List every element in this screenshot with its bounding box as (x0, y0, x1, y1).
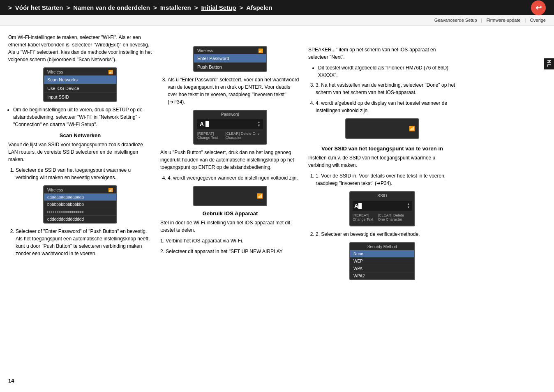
nav-item-voor[interactable]: Vóór het Starten (15, 4, 63, 11)
device-screen-password-choice: 📶 Wireless Enter Password Push Button (193, 46, 267, 72)
ssid-arrows: ▲ ▼ (407, 203, 410, 209)
scan-step2-list: Selecteer of "Enter Password" of "Push B… (16, 228, 152, 257)
speaker-text: SPEAKER..." item op het scherm van het i… (308, 46, 456, 61)
ssid-step1: 1. Voer de SSID in. Voor details over ho… (316, 172, 456, 187)
ios-intro: Stel in door de Wi-Fi-instelling van het… (160, 219, 300, 234)
middle-steps: Als u "Enter Password" selecteert, voer … (168, 76, 300, 106)
security-label: Security Method (350, 243, 414, 250)
nav-separator-2: > (66, 4, 70, 11)
step4-text: 4. wordt weergegeven wanneer de instelli… (168, 174, 300, 182)
scan-step-2: Selecteer of "Enter Password" of "Push B… (16, 228, 152, 257)
scan-netwerken-heading: Scan Netwerken (8, 132, 152, 138)
right-step3: 3. Na het vaststellen van de verbinding,… (316, 81, 456, 96)
security-wep: WEP (350, 258, 414, 265)
screen1-item-scan: Scan Networks (44, 76, 116, 84)
repeat-label: [REPEAT] Change Text (197, 131, 225, 140)
right-step4-list: 4. wordt afgebeeld op de display van het… (316, 99, 456, 114)
scan-step-1: Selecteer de SSID van het toegangspunt w… (16, 166, 152, 181)
ssid-step2: 2. Selecteer en bevestig de verificatie-… (316, 231, 456, 238)
clear-label: [CLEAR] Delete One Character (225, 131, 263, 140)
password-input-area: A ▲ ▼ (197, 119, 263, 129)
screen1-item-ssid: Input SSID (44, 93, 116, 101)
step4-list: 4. wordt weergegeven wanneer de instelli… (168, 174, 300, 182)
ssid-heading: Voer SSID van het toegangspunt van te vo… (308, 145, 456, 152)
ios-bullet-list: Dit toestel wordt afgebeeld als "Pioneer… (318, 64, 456, 79)
top-navigation: > Vóór het Starten > Namen van de onderd… (0, 0, 554, 15)
secondary-nav-overige[interactable]: Overige (530, 18, 546, 23)
ssid-item-a: aaaaaaaaaaaaaaaa (44, 194, 116, 201)
right-steps: 3. Na het vaststellen van de verbinding,… (316, 81, 456, 96)
ios-step2: 2. Selecteer dit apparaat in het "SET UP… (160, 248, 300, 255)
device-screen-connecting: 📶 (193, 186, 267, 206)
password-arrows: ▲ ▼ (257, 121, 261, 127)
wifi-icon-2: 📶 (108, 188, 113, 192)
wifi-icon-ios: 📶 (409, 126, 415, 131)
password-footer: [REPEAT] Change Text [CLEAR] Delete One … (194, 131, 266, 141)
nav-item-afspelen[interactable]: Afspelen (246, 4, 272, 11)
screen3-item-push-button: Push Button (194, 63, 266, 71)
screen3-item-enter-password: Enter Password (194, 54, 266, 63)
security-wpa2: WPA2 (350, 272, 414, 279)
step3-text: Als u "Enter Password" selecteert, voer … (168, 76, 300, 106)
device-screen-ssid-input: SSID A ▲ ▼ [REPEAT] Change Text [CLEAR] … (349, 191, 415, 226)
ssid-item-b: bbbbbbbbbbbbbbbb (44, 201, 116, 208)
screen2-label: Wireless (44, 186, 116, 194)
ssid-clear-label: [CLEAR] Delete One Character (378, 213, 412, 221)
ssid-input-area: A ▲ ▼ (353, 201, 412, 211)
ssid-step2-list: 2. Selecteer en bevestig de verificatie-… (316, 231, 456, 238)
ssid-footer: [REPEAT] Change Text [CLEAR] Delete One … (350, 212, 414, 223)
ios-bullet-item: Dit toestel wordt afgebeeld als "Pioneer… (318, 64, 456, 79)
nav-separator-5: > (240, 4, 243, 11)
cursor-letter: A (200, 121, 204, 127)
right-column: SPEAKER..." item op het scherm van het i… (308, 34, 456, 284)
middle-column: 📶 Wireless Enter Password Push Button Al… (160, 34, 300, 284)
ssid-repeat-label: [REPEAT] Change Text (353, 213, 378, 221)
screen4-label: Password (194, 111, 266, 118)
push-button-text: Als u "Push Button" selecteert, druk dan… (160, 149, 300, 171)
main-content: Om Wi-Fi-instellingen te maken, selectee… (0, 25, 554, 293)
device-screen-wireless-menu: 📶 Wireless Scan Networks Use iOS Device … (43, 67, 117, 102)
nav-separator-4: > (194, 4, 198, 11)
ssid-intro: Instellen d.m.v. de SSID van het toegang… (308, 154, 456, 169)
setup-bullet-item: Om de begininstellingen uit te voren, dr… (13, 106, 152, 128)
wifi-icon-1: 📶 (108, 70, 113, 74)
ssid-item-c: cccccccccccccccccc (44, 208, 116, 216)
screen1-item-ios: Use iOS Device (44, 84, 116, 93)
setup-bullet-list: Om de begininstellingen uit te voren, dr… (13, 106, 152, 128)
right-step4: 4. wordt afgebeeld op de display van het… (316, 99, 456, 114)
left-column: Om Wi-Fi-instellingen te maken, selectee… (8, 34, 152, 284)
device-screen-ssid-list: 📶 Wireless aaaaaaaaaaaaaaaa bbbbbbbbbbbb… (43, 185, 117, 224)
ssid-cursor-letter: A (354, 203, 358, 209)
scan-steps-list: Selecteer de SSID van het toegangspunt w… (16, 166, 152, 181)
secondary-navigation: Geavanceerde Setup | Firmware-update | O… (0, 15, 554, 25)
security-none: None (350, 250, 414, 258)
screen3-label: Wireless (194, 47, 266, 54)
device-screen-password-input: Password A ▲ ▼ [REPEAT] Change Text [CLE… (193, 110, 267, 145)
nav-separator-1: > (8, 4, 12, 11)
wifi-icon-dark: 📶 (257, 193, 263, 199)
screen1-label: Wireless (44, 68, 116, 76)
secondary-nav-firmware[interactable]: Firmware-update (486, 18, 520, 23)
nav-item-initial-setup[interactable]: Initial Setup (201, 4, 236, 11)
ssid-screen-label: SSID (350, 192, 414, 199)
intro-paragraph: Om Wi-Fi-instellingen te maken, selectee… (8, 34, 152, 63)
nav-item-namen[interactable]: Namen van de onderdelen (73, 4, 150, 11)
page-number: 14 (8, 378, 14, 384)
ssid-cursor-block (358, 203, 362, 209)
ios-heading: Gebruik iOS Apparaat (160, 210, 300, 217)
cursor-block (205, 121, 209, 127)
back-button[interactable]: ↩ (531, 0, 546, 15)
secondary-nav-geavanceerde[interactable]: Geavanceerde Setup (434, 18, 477, 23)
ios-step1: 1. Verbind het iOS-apparaat via Wi-Fi. (160, 237, 300, 244)
scan-intro-text: Vanuit de lijst van SSID voor toegangspu… (8, 141, 152, 163)
wifi-icon-3: 📶 (258, 48, 263, 53)
device-screen-security: Security Method None WEP WPA WPA2 (349, 242, 415, 280)
nav-separator-3: > (153, 4, 157, 11)
security-wpa: WPA (350, 265, 414, 272)
ssid-steps: 1. Voer de SSID in. Voor details over ho… (316, 172, 456, 187)
ssid-item-d: dddddddddddddddd (44, 216, 116, 223)
nav-item-installeren[interactable]: Installeren (160, 4, 191, 11)
device-screen-ios-done: 📶 (345, 118, 419, 139)
